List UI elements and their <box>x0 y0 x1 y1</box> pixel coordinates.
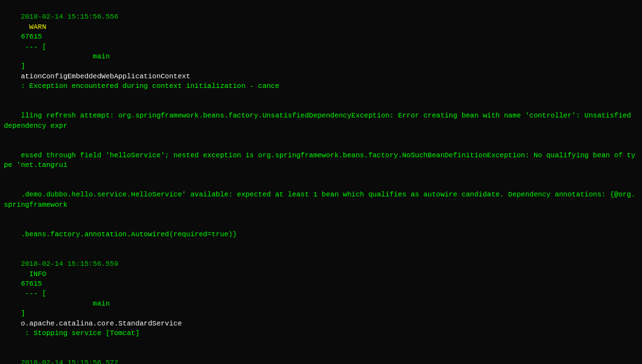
log-line-3: 2018-02-14 15:15:56.572 INFO 67615 --- [… <box>4 349 638 364</box>
log-line-1-cont: lling refresh attempt: org.springframewo… <box>4 101 638 141</box>
log-line-2: 2018-02-14 15:15:56.559 INFO 67615 --- [… <box>4 250 638 349</box>
log-line-1-cont3: .demo.dubbo.hello.service.HelloService' … <box>4 180 638 220</box>
terminal-window: 2018-02-14 15:15:56.556 WARN 67615 --- [… <box>0 0 642 364</box>
log-line-1-cont4: .beans.factory.annotation.Autowired(requ… <box>4 220 638 250</box>
log-line-1: 2018-02-14 15:15:56.556 WARN 67615 --- [… <box>4 3 638 101</box>
log-line-1-cont2: essed through field 'helloService'; nest… <box>4 141 638 180</box>
